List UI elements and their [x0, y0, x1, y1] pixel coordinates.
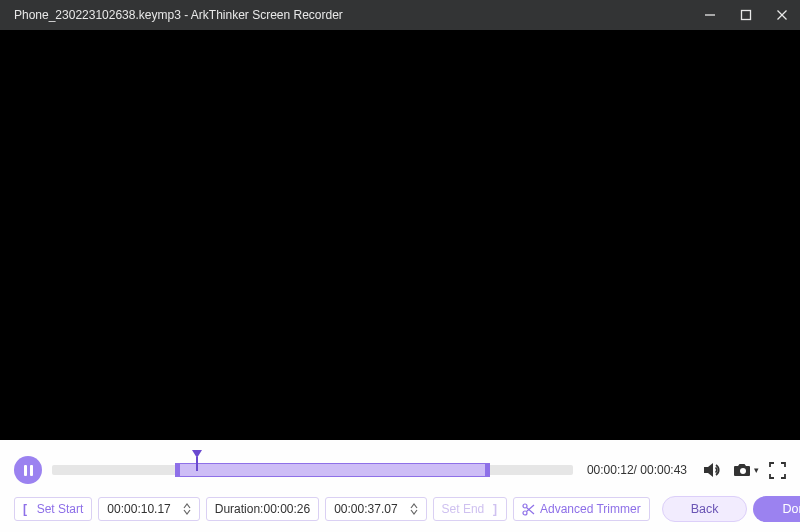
svg-marker-6 [704, 463, 713, 477]
svg-rect-1 [742, 11, 751, 20]
camera-icon [733, 462, 753, 478]
video-preview[interactable] [0, 30, 800, 440]
pause-icon [24, 465, 33, 476]
titlebar: Phone_230223102638.keymp3 - ArkThinker S… [0, 0, 800, 30]
scissors-icon [522, 503, 535, 516]
set-start-label: Set Start [37, 502, 84, 516]
trim-toolbar: [ Set Start 00:00:10.17 Duration:00:00:2… [0, 490, 800, 532]
playhead[interactable] [191, 449, 203, 473]
end-time-spinner[interactable] [410, 503, 418, 515]
pause-button[interactable] [14, 456, 42, 484]
end-time-field[interactable]: 00:00:37.07 [325, 497, 426, 521]
done-button[interactable]: Done [753, 496, 800, 522]
back-label: Back [691, 502, 719, 516]
fullscreen-icon [769, 462, 786, 479]
svg-point-7 [740, 468, 746, 474]
bracket-left-icon: [ [23, 502, 37, 516]
fullscreen-button[interactable] [769, 462, 786, 479]
start-time-spinner[interactable] [183, 503, 191, 515]
volume-button[interactable] [703, 461, 723, 479]
bracket-right-icon: ] [484, 502, 498, 516]
duration-value: Duration:00:00:26 [215, 502, 310, 516]
selection-start-handle[interactable] [175, 463, 180, 477]
minimize-button[interactable] [692, 0, 728, 30]
advanced-trimmer-label: Advanced Trimmer [540, 502, 641, 516]
svg-point-9 [523, 511, 527, 515]
playback-controls: 00:00:12/ 00:00:43 ▾ [0, 440, 800, 490]
maximize-button[interactable] [728, 0, 764, 30]
window-title: Phone_230223102638.keymp3 - ArkThinker S… [14, 8, 692, 22]
timeline-selection[interactable] [175, 463, 490, 477]
svg-point-8 [523, 504, 527, 508]
chevron-down-icon: ▾ [754, 465, 759, 475]
timeline-track[interactable] [52, 459, 573, 481]
volume-icon [703, 461, 723, 479]
time-display: 00:00:12/ 00:00:43 [587, 463, 687, 477]
close-button[interactable] [764, 0, 800, 30]
back-button[interactable]: Back [662, 496, 748, 522]
set-end-button[interactable]: Set End ] [433, 497, 507, 521]
start-time-field[interactable]: 00:00:10.17 [98, 497, 199, 521]
advanced-trimmer-button[interactable]: Advanced Trimmer [513, 497, 650, 521]
chevron-down-icon [410, 509, 418, 515]
set-start-button[interactable]: [ Set Start [14, 497, 92, 521]
duration-field: Duration:00:00:26 [206, 497, 319, 521]
set-end-label: Set End [442, 502, 485, 516]
svg-marker-4 [192, 450, 202, 458]
snapshot-button[interactable]: ▾ [733, 462, 759, 478]
selection-end-handle[interactable] [485, 463, 490, 477]
chevron-down-icon [183, 509, 191, 515]
end-time-value: 00:00:37.07 [334, 502, 397, 516]
start-time-value: 00:00:10.17 [107, 502, 170, 516]
done-label: Done [782, 502, 800, 516]
